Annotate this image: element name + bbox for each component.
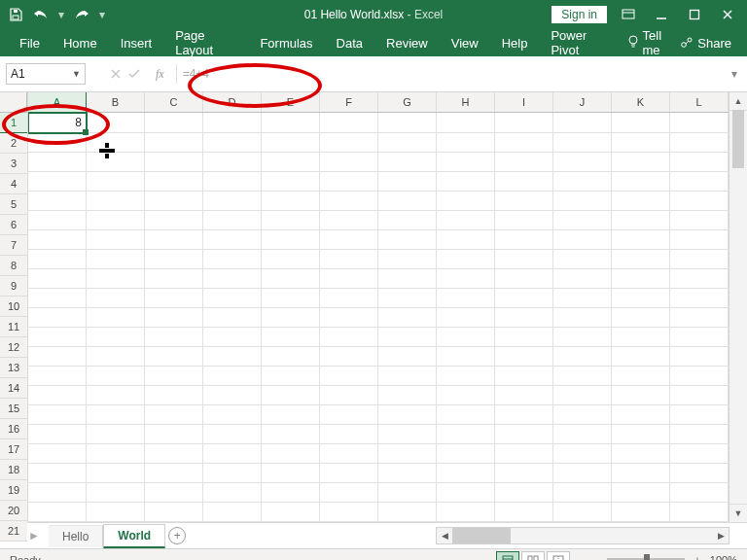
cell-D5[interactable] [203, 191, 262, 211]
cell-J6[interactable] [553, 210, 612, 230]
cell-G2[interactable] [378, 132, 437, 153]
cell-E7[interactable] [262, 229, 320, 250]
share-button[interactable]: Share [674, 36, 737, 51]
cell-K12[interactable] [612, 327, 670, 347]
column-header-I[interactable]: I [495, 92, 553, 112]
qat-customize[interactable]: ▾ [97, 8, 107, 21]
cell-L17[interactable] [670, 424, 729, 444]
cell-D19[interactable] [203, 463, 262, 483]
cell-F16[interactable] [320, 404, 378, 425]
cell-F18[interactable] [320, 443, 378, 464]
cell-A2[interactable] [28, 132, 87, 153]
cell-H19[interactable] [437, 463, 495, 483]
cell-D18[interactable] [203, 443, 262, 464]
tab-review[interactable]: Review [374, 29, 440, 56]
column-header-L[interactable]: L [670, 92, 729, 112]
cell-F9[interactable] [320, 268, 378, 289]
cell-J16[interactable] [553, 404, 612, 425]
view-normal-icon[interactable] [496, 551, 519, 560]
row-header-12[interactable]: 12 [0, 337, 27, 358]
cell-A9[interactable] [28, 268, 87, 289]
cell-L2[interactable] [670, 132, 729, 153]
cell-F5[interactable] [320, 191, 378, 211]
tab-formulas[interactable]: Formulas [248, 29, 324, 56]
cell-I18[interactable] [495, 443, 553, 464]
cell-A20[interactable] [28, 482, 87, 503]
cell-I5[interactable] [495, 191, 553, 211]
cell-G18[interactable] [378, 443, 437, 464]
column-header-J[interactable]: J [553, 92, 612, 112]
column-header-H[interactable]: H [437, 92, 495, 112]
cell-A15[interactable] [28, 385, 87, 405]
cell-D13[interactable] [203, 346, 262, 367]
cell-K9[interactable] [612, 268, 670, 289]
cell-F4[interactable] [320, 171, 378, 192]
cell-A21[interactable] [28, 502, 87, 522]
cell-G13[interactable] [378, 346, 437, 367]
cell-H20[interactable] [437, 482, 495, 503]
row-header-20[interactable]: 20 [0, 501, 27, 521]
cell-K21[interactable] [612, 502, 670, 522]
column-header-C[interactable]: C [145, 92, 203, 112]
cell-E6[interactable] [262, 210, 320, 230]
cell-H5[interactable] [437, 191, 495, 211]
row-header-21[interactable]: 21 [0, 521, 27, 542]
column-header-D[interactable]: D [203, 92, 262, 112]
cell-D17[interactable] [203, 424, 262, 444]
cell-G7[interactable] [378, 229, 437, 250]
cell-A19[interactable] [28, 463, 87, 483]
cell-L9[interactable] [670, 268, 729, 289]
view-page-break-icon[interactable] [547, 551, 570, 560]
add-sheet-button[interactable]: + [165, 527, 189, 544]
cell-C9[interactable] [145, 268, 203, 289]
cell-E21[interactable] [262, 502, 320, 522]
cell-E17[interactable] [262, 424, 320, 444]
cell-D3[interactable] [203, 152, 262, 172]
cell-F11[interactable] [320, 307, 378, 328]
cell-A16[interactable] [28, 404, 87, 425]
cell-E2[interactable] [262, 132, 320, 153]
cell-H8[interactable] [437, 249, 495, 269]
cell-I10[interactable] [495, 288, 553, 308]
row-header-4[interactable]: 4 [0, 174, 27, 194]
cell-B2[interactable] [87, 132, 145, 153]
cell-L1[interactable] [670, 113, 729, 133]
cell-A14[interactable] [28, 366, 87, 386]
cell-H2[interactable] [437, 132, 495, 153]
redo-icon[interactable] [72, 5, 91, 24]
row-header-7[interactable]: 7 [0, 235, 27, 256]
cell-I1[interactable] [495, 113, 553, 133]
name-box[interactable]: A1 ▼ [6, 63, 86, 85]
cell-L15[interactable] [670, 385, 729, 405]
cell-G20[interactable] [378, 482, 437, 503]
cell-A5[interactable] [28, 191, 87, 211]
tab-view[interactable]: View [440, 29, 490, 56]
cell-F7[interactable] [320, 229, 378, 250]
cell-G8[interactable] [378, 249, 437, 269]
sheet-tab-hello[interactable]: Hello [49, 525, 103, 547]
cell-L11[interactable] [670, 307, 729, 328]
cell-I11[interactable] [495, 307, 553, 328]
vertical-scrollbar[interactable]: ▲ ▼ [729, 92, 747, 522]
cell-L14[interactable] [670, 366, 729, 386]
cell-I2[interactable] [495, 132, 553, 153]
cell-D8[interactable] [203, 249, 262, 269]
cell-K11[interactable] [612, 307, 670, 328]
cell-L19[interactable] [670, 463, 729, 483]
cell-B7[interactable] [87, 229, 145, 250]
cell-I9[interactable] [495, 268, 553, 289]
cell-H15[interactable] [437, 385, 495, 405]
cell-G12[interactable] [378, 327, 437, 347]
cell-C4[interactable] [145, 171, 203, 192]
cell-F12[interactable] [320, 327, 378, 347]
row-header-3[interactable]: 3 [0, 154, 27, 174]
cell-B12[interactable] [87, 327, 145, 347]
cell-C21[interactable] [145, 502, 203, 522]
cell-C17[interactable] [145, 424, 203, 444]
cell-D12[interactable] [203, 327, 262, 347]
cell-A13[interactable] [28, 346, 87, 367]
cell-A10[interactable] [28, 288, 87, 308]
scroll-down-icon[interactable]: ▼ [729, 504, 747, 522]
save-icon[interactable] [6, 5, 25, 24]
row-header-6[interactable]: 6 [0, 215, 27, 235]
